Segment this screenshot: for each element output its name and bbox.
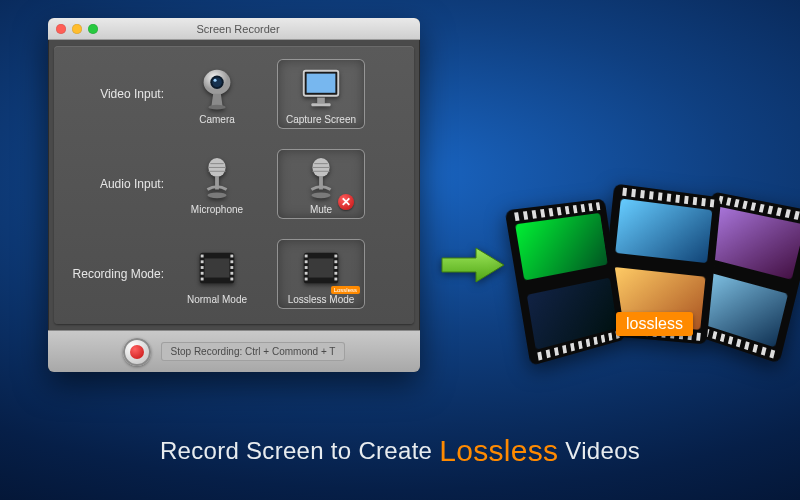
option-normal-mode[interactable]: Normal Mode bbox=[174, 240, 260, 308]
arrow-icon bbox=[440, 246, 506, 284]
svg-rect-17 bbox=[201, 255, 204, 258]
option-camera-label: Camera bbox=[176, 114, 258, 125]
option-lossless-label: Lossless Mode bbox=[280, 294, 362, 305]
monitor-icon bbox=[280, 64, 362, 112]
svg-rect-23 bbox=[230, 260, 233, 263]
svg-rect-18 bbox=[201, 260, 204, 263]
screen-recorder-window: Screen Recorder Video Input: Camera bbox=[48, 18, 420, 372]
svg-rect-30 bbox=[305, 260, 308, 263]
titlebar: Screen Recorder bbox=[48, 18, 420, 40]
svg-rect-35 bbox=[334, 260, 337, 263]
film-strip-1 bbox=[505, 199, 626, 366]
film-lossless-icon bbox=[280, 244, 362, 292]
microphone-icon bbox=[176, 154, 258, 202]
film-strip-illustration: lossless bbox=[510, 190, 790, 360]
svg-rect-37 bbox=[334, 272, 337, 275]
svg-rect-16 bbox=[205, 258, 230, 277]
stop-recording-hint: Stop Recording: Ctrl + Commond + T bbox=[161, 342, 346, 361]
lossless-tag-icon: Lossless bbox=[331, 286, 360, 294]
svg-point-3 bbox=[214, 79, 217, 82]
svg-point-14 bbox=[311, 192, 330, 198]
row-video-input: Video Input: Camera bbox=[66, 60, 402, 128]
svg-rect-6 bbox=[307, 74, 336, 93]
record-icon bbox=[130, 345, 144, 359]
audio-input-label: Audio Input: bbox=[66, 177, 174, 191]
option-camera[interactable]: Camera bbox=[174, 60, 260, 128]
option-capture-label: Capture Screen bbox=[280, 114, 362, 125]
svg-rect-31 bbox=[305, 266, 308, 269]
svg-point-4 bbox=[208, 105, 225, 110]
settings-panel: Video Input: Camera bbox=[54, 46, 414, 324]
option-microphone[interactable]: Microphone bbox=[174, 150, 260, 218]
audio-input-options: Microphone ✕ Mute bbox=[174, 150, 364, 218]
svg-rect-34 bbox=[334, 255, 337, 258]
svg-rect-25 bbox=[230, 272, 233, 275]
mute-x-icon: ✕ bbox=[338, 194, 354, 210]
film-icon bbox=[176, 244, 258, 292]
svg-rect-8 bbox=[311, 103, 330, 106]
option-normal-label: Normal Mode bbox=[176, 294, 258, 305]
svg-rect-36 bbox=[334, 266, 337, 269]
row-recording-mode: Recording Mode: Normal Mode bbox=[66, 240, 402, 308]
video-input-options: Camera Capture Screen bbox=[174, 60, 364, 128]
row-audio-input: Audio Input: Microphone bbox=[66, 150, 402, 218]
svg-rect-26 bbox=[230, 278, 233, 281]
svg-rect-21 bbox=[201, 278, 204, 281]
svg-point-2 bbox=[212, 77, 222, 87]
svg-rect-19 bbox=[201, 266, 204, 269]
tagline-highlight: Lossless bbox=[439, 434, 558, 467]
svg-rect-7 bbox=[317, 98, 325, 104]
svg-rect-20 bbox=[201, 272, 204, 275]
option-lossless-mode[interactable]: Lossless Lossless Mode bbox=[278, 240, 364, 308]
record-button[interactable] bbox=[123, 338, 151, 366]
tagline-post: Videos bbox=[558, 437, 640, 464]
recording-mode-label: Recording Mode: bbox=[66, 267, 174, 281]
bottom-bar: Stop Recording: Ctrl + Commond + T bbox=[48, 330, 420, 372]
tagline: Record Screen to Create Lossless Videos bbox=[0, 434, 800, 468]
camera-icon bbox=[176, 64, 258, 112]
option-capture-screen[interactable]: Capture Screen bbox=[278, 60, 364, 128]
lossless-badge: lossless bbox=[616, 312, 693, 336]
svg-rect-28 bbox=[309, 258, 334, 277]
tagline-pre: Record Screen to Create bbox=[160, 437, 439, 464]
window-title: Screen Recorder bbox=[64, 23, 412, 35]
option-microphone-label: Microphone bbox=[176, 204, 258, 215]
svg-rect-38 bbox=[334, 278, 337, 281]
svg-rect-24 bbox=[230, 266, 233, 269]
svg-rect-32 bbox=[305, 272, 308, 275]
video-input-label: Video Input: bbox=[66, 87, 174, 101]
option-mute[interactable]: ✕ Mute bbox=[278, 150, 364, 218]
svg-rect-33 bbox=[305, 278, 308, 281]
svg-rect-22 bbox=[230, 255, 233, 258]
svg-rect-29 bbox=[305, 255, 308, 258]
recording-mode-options: Normal Mode Lossless Lossless Mode bbox=[174, 240, 364, 308]
svg-point-11 bbox=[207, 192, 226, 198]
